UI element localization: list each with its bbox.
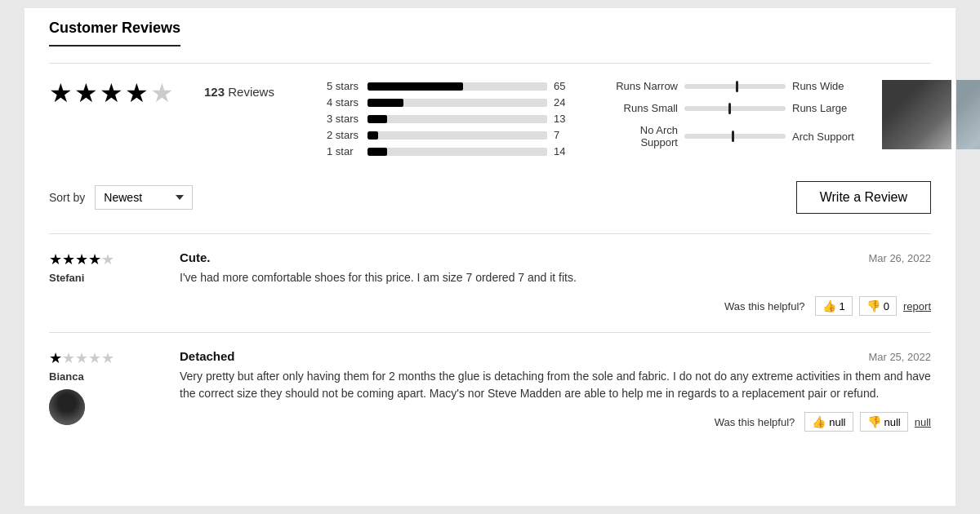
star-bar-row: 2 stars 7 xyxy=(327,129,588,141)
star-filled: ★ xyxy=(75,251,88,268)
bar-count: 65 xyxy=(554,80,570,92)
reviewer-name: Bianca xyxy=(49,370,163,383)
thumbs-up-icon: 👍 xyxy=(822,299,836,312)
fit-left-label: No Arch Support xyxy=(612,124,678,148)
review-count-number: 123 xyxy=(204,85,225,99)
thumbs-up-count: 1 xyxy=(840,300,845,312)
overall-stars: ★★★★★ xyxy=(49,80,180,106)
thumbs-up-button[interactable]: 👍 1 xyxy=(815,296,853,316)
star-bar-row: 5 stars 65 xyxy=(327,80,588,92)
star-bar-label: 1 star xyxy=(327,145,361,157)
sort-group: Sort by NewestOldestMost Helpful xyxy=(49,185,193,210)
report-link[interactable]: null xyxy=(915,416,931,428)
review-item: ★★★★★ Bianca Detached Mar 25, 2022 Very … xyxy=(49,349,931,432)
bar-fill xyxy=(368,82,463,91)
helpful-row: Was this helpful? 👍 null 👎 null null xyxy=(180,412,931,432)
thumbs-down-count: 0 xyxy=(884,300,889,312)
fit-track xyxy=(684,106,786,111)
star-empty: ★ xyxy=(101,350,114,366)
bar-track xyxy=(368,131,547,140)
review-photos xyxy=(882,80,980,149)
star-bar-label: 3 stars xyxy=(327,113,361,125)
sort-select[interactable]: NewestOldestMost Helpful xyxy=(95,185,193,210)
bar-fill xyxy=(368,148,387,156)
star-filled: ★ xyxy=(49,350,62,366)
fit-track xyxy=(684,134,786,139)
write-review-button[interactable]: Write a Review xyxy=(796,181,931,214)
helpful-label: Was this helpful? xyxy=(715,416,795,428)
overall-rating: ★★★★★ xyxy=(49,80,180,106)
thumbs-down-icon: 👎 xyxy=(867,415,881,428)
reviewer-name: Stefani xyxy=(49,272,163,284)
review-top-row: Detached Mar 25, 2022 xyxy=(180,349,931,363)
star-bar-row: 3 stars 13 xyxy=(327,113,588,125)
bar-fill xyxy=(368,99,403,107)
review-date: Mar 25, 2022 xyxy=(868,351,931,363)
helpful-label: Was this helpful? xyxy=(724,300,805,312)
report-link[interactable]: report xyxy=(903,300,931,312)
fit-marker xyxy=(728,103,731,114)
star-filled: ★ xyxy=(49,251,62,268)
star-bar-label: 2 stars xyxy=(327,129,361,141)
review-text: I've had more comfortable shoes for this… xyxy=(180,269,931,286)
review-body: Cute. Mar 26, 2022 I've had more comfort… xyxy=(180,250,931,316)
reviewer-col: ★★★★★ Stefani xyxy=(49,250,163,316)
review-title: Detached xyxy=(180,349,235,363)
thumbs-up-button[interactable]: 👍 null xyxy=(804,412,853,432)
reviewer-avatar xyxy=(49,389,85,425)
review-date: Mar 26, 2022 xyxy=(868,252,931,264)
sort-label: Sort by xyxy=(49,191,85,204)
review-item: ★★★★★ Stefani Cute. Mar 26, 2022 I've ha… xyxy=(49,250,931,316)
reviews-list: ★★★★★ Stefani Cute. Mar 26, 2022 I've ha… xyxy=(49,233,931,432)
bar-track xyxy=(368,99,547,107)
reviews-container: Customer Reviews ★★★★★ 123 Reviews 5 sta… xyxy=(24,8,956,506)
fit-row: Runs Narrow Runs Wide xyxy=(612,80,858,92)
star-filled: ★ xyxy=(62,251,75,268)
thumbs-down-button[interactable]: 👎 0 xyxy=(859,296,897,316)
section-title: Customer Reviews xyxy=(49,8,180,47)
thumbs-up-count: null xyxy=(829,416,845,428)
fit-row: No Arch Support Arch Support xyxy=(612,124,858,148)
review-count: 123 Reviews xyxy=(204,80,302,99)
fit-track xyxy=(684,84,786,89)
bar-track xyxy=(368,148,547,156)
bar-count: 13 xyxy=(554,113,570,125)
bar-fill xyxy=(368,115,387,123)
star-bar-row: 4 stars 24 xyxy=(327,96,588,109)
review-text: Very pretty but after only having them f… xyxy=(180,368,931,402)
fit-sliders: Runs Narrow Runs Wide Runs Small Runs La… xyxy=(612,80,858,158)
fit-right-label: Runs Wide xyxy=(792,80,858,92)
section-title-wrapper: Customer Reviews xyxy=(49,8,931,64)
review-photo-2[interactable] xyxy=(956,80,980,149)
thumbs-down-button[interactable]: 👎 null xyxy=(860,412,908,432)
bar-count: 14 xyxy=(554,145,570,157)
fit-marker xyxy=(732,131,734,142)
thumbs-down-count: null xyxy=(884,416,901,428)
reviewer-stars: ★★★★★ xyxy=(49,349,163,367)
review-title: Cute. xyxy=(180,250,211,264)
fit-right-label: Arch Support xyxy=(792,131,858,143)
review-top-row: Cute. Mar 26, 2022 xyxy=(180,250,931,264)
star-empty: ★ xyxy=(101,251,114,268)
summary-row: ★★★★★ 123 Reviews 5 stars 65 4 stars 24 … xyxy=(49,80,931,162)
bar-track xyxy=(368,115,547,123)
reviewer-stars: ★★★★★ xyxy=(49,250,163,268)
thumbs-down-icon: 👎 xyxy=(866,299,880,312)
helpful-row: Was this helpful? 👍 1 👎 0 report xyxy=(180,296,931,316)
bar-fill xyxy=(368,131,378,140)
review-count-label: Reviews xyxy=(228,85,274,99)
fit-row: Runs Small Runs Large xyxy=(612,102,858,114)
thumbs-up-icon: 👍 xyxy=(812,415,826,428)
reviewer-col: ★★★★★ Bianca xyxy=(49,349,163,432)
fit-left-label: Runs Narrow xyxy=(612,80,678,92)
bar-count: 24 xyxy=(554,96,570,109)
review-body: Detached Mar 25, 2022 Very pretty but af… xyxy=(180,349,931,432)
fit-marker xyxy=(736,81,738,92)
bar-count: 7 xyxy=(554,129,570,141)
review-photo-1[interactable] xyxy=(882,80,951,149)
star-filled: ★ xyxy=(88,251,101,268)
bar-track xyxy=(368,82,547,91)
star-empty: ★ xyxy=(75,350,88,366)
star-bar-label: 5 stars xyxy=(327,80,361,92)
star-empty: ★ xyxy=(88,350,101,366)
